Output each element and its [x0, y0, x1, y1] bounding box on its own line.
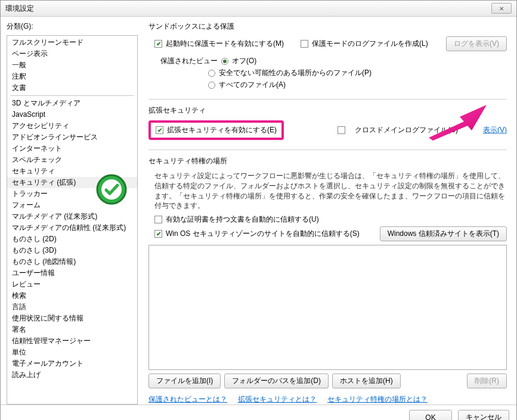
preferences-window: 環境設定 ✕ 分類(G): フルスクリーンモードページ表示一般注釈文書3D とマ…	[0, 0, 517, 420]
create-log-checkbox[interactable]	[301, 40, 308, 48]
sidebar-item[interactable]: セキュリティ (拡張)	[7, 177, 137, 188]
add-host-button[interactable]: ホストを追加(H)	[332, 374, 401, 388]
protected-view-off-radio[interactable]	[221, 58, 228, 65]
enhanced-security-title: 拡張セキュリティ	[148, 105, 507, 116]
close-button[interactable]: ✕	[491, 3, 512, 14]
enable-protected-mode-checkbox[interactable]	[154, 40, 162, 48]
add-file-button[interactable]: ファイルを追加(I)	[148, 374, 221, 388]
protected-view-unsafe-radio[interactable]	[208, 70, 215, 77]
sidebar-item[interactable]: 3D とマルチメディア	[7, 98, 137, 109]
sidebar-item[interactable]: アクセシビリティ	[7, 120, 137, 132]
enhanced-security-section: 拡張セキュリティ 拡張セキュリティを有効にする(E) クロスドメインログファイル…	[148, 105, 507, 150]
sidebar-item[interactable]: レビュー	[7, 279, 137, 290]
sidebar-item[interactable]: 一般	[7, 60, 137, 71]
sidebar-item[interactable]: 注釈	[7, 71, 137, 82]
cross-domain-log-checkbox[interactable]	[338, 126, 345, 134]
sidebar-item[interactable]: 署名	[7, 324, 137, 335]
category-list[interactable]: フルスクリーンモードページ表示一般注釈文書3D とマルチメディアJavaScri…	[7, 35, 138, 405]
sidebar-item[interactable]: 電子メールアカウント	[7, 358, 137, 369]
sidebar-item[interactable]: マルチメディア (従来形式)	[7, 211, 137, 222]
sidebar-item[interactable]: フォーム	[7, 200, 137, 211]
priv-locations-listbox[interactable]	[148, 245, 507, 370]
protected-view-off-label: オフ(O)	[232, 56, 256, 66]
auto-trust-cert-checkbox[interactable]	[154, 216, 162, 223]
remove-button[interactable]: 削除(R)	[467, 374, 507, 388]
sandbox-title: サンドボックスによる保護	[148, 21, 507, 32]
cross-domain-log-label: クロスドメインログファイル(C)	[355, 125, 458, 135]
show-windows-trusted-sites-button[interactable]: Windows 信頼済みサイトを表示(T)	[380, 226, 507, 241]
sidebar-item[interactable]: 使用状況に関する情報	[7, 313, 137, 324]
sidebar-item[interactable]: JavaScript	[7, 109, 137, 120]
show-log-button[interactable]: ログを表示(V)	[446, 36, 507, 51]
help-enhanced-security-link[interactable]: 拡張セキュリティとは？	[238, 394, 317, 405]
sidebar: 分類(G): フルスクリーンモードページ表示一般注釈文書3D とマルチメディアJ…	[7, 21, 138, 405]
enable-protected-mode-label: 起動時に保護モードを有効にする(M)	[166, 39, 284, 49]
protected-view-label: 保護されたビュー	[160, 56, 218, 66]
protected-view-all-radio[interactable]	[208, 82, 215, 89]
ok-button[interactable]: OK	[409, 410, 452, 420]
sidebar-item[interactable]: フルスクリーンモード	[7, 37, 137, 48]
highlight-enable-enhanced: 拡張セキュリティを有効にする(E)	[148, 120, 284, 140]
help-protected-view-link[interactable]: 保護されたビューとは？	[148, 394, 227, 405]
cancel-button[interactable]: キャンセル	[458, 410, 509, 420]
enable-enhanced-security-label: 拡張セキュリティを有効にする(E)	[167, 125, 277, 135]
privileged-locations-section: セキュリティ特権の場所 セキュリティ設定によってワークフローに悪影響が生じる場合…	[148, 156, 507, 405]
window-title: 環境設定	[5, 4, 34, 14]
enable-enhanced-security-checkbox[interactable]	[156, 126, 163, 134]
titlebar: 環境設定 ✕	[1, 1, 516, 17]
sidebar-item[interactable]: 文書	[7, 82, 137, 94]
sidebar-item[interactable]: ものさし (2D)	[7, 234, 137, 245]
auto-trust-cert-label: 有効な証明書を持つ文書を自動的に信頼する(U)	[166, 214, 319, 225]
sidebar-item[interactable]: 読み上げ	[7, 369, 137, 381]
priv-title: セキュリティ特権の場所	[148, 156, 507, 166]
priv-description: セキュリティ設定によってワークフローに悪影響が生じる場合は、「セキュリティ特権の…	[154, 171, 507, 211]
help-priv-locations-link[interactable]: セキュリティ特権の場所とは？	[327, 394, 428, 405]
add-folder-button[interactable]: フォルダーのパスを追加(D)	[224, 374, 329, 388]
main-panel: サンドボックスによる保護 起動時に保護モードを有効にする(M) 保護モードのログ…	[138, 21, 510, 405]
sidebar-item[interactable]: スペルチェック	[7, 154, 137, 166]
sidebar-item[interactable]: 検索	[7, 290, 137, 301]
auto-trust-winos-label: Win OS セキュリティゾーンのサイトを自動的に信頼する(S)	[166, 229, 360, 239]
sidebar-item[interactable]: インターネット	[7, 143, 137, 154]
protected-view-all-label: すべてのファイル(A)	[219, 80, 286, 90]
sidebar-item[interactable]: ユーザー情報	[7, 267, 137, 279]
sidebar-item[interactable]: アドビオンラインサービス	[7, 132, 137, 143]
sidebar-item[interactable]: ものさし (地図情報)	[7, 256, 137, 267]
sidebar-item[interactable]: マルチメディアの信頼性 (従来形式)	[7, 222, 137, 234]
footer: OK キャンセル	[1, 405, 516, 420]
sidebar-item[interactable]: セキュリティ	[7, 166, 137, 177]
auto-trust-winos-checkbox[interactable]	[154, 230, 162, 238]
protected-view-unsafe-label: 安全でない可能性のある場所からのファイル(P)	[219, 68, 372, 78]
sidebar-item[interactable]: ページ表示	[7, 48, 137, 60]
sidebar-item[interactable]: 言語	[7, 301, 137, 313]
sidebar-item[interactable]: トラッカー	[7, 188, 137, 200]
sidebar-item[interactable]: 単位	[7, 347, 137, 358]
show-crossdomain-link[interactable]: 表示(V)	[483, 125, 507, 135]
category-label: 分類(G):	[7, 21, 138, 32]
sidebar-divider	[10, 95, 134, 96]
sandbox-section: サンドボックスによる保護 起動時に保護モードを有効にする(M) 保護モードのログ…	[148, 21, 507, 99]
create-log-label: 保護モードのログファイルを作成(L)	[312, 39, 428, 49]
help-links: 保護されたビューとは？ 拡張セキュリティとは？ セキュリティ特権の場所とは？	[148, 394, 507, 405]
sidebar-item[interactable]: 信頼性管理マネージャー	[7, 335, 137, 347]
sidebar-item[interactable]: ものさし (3D)	[7, 245, 137, 256]
